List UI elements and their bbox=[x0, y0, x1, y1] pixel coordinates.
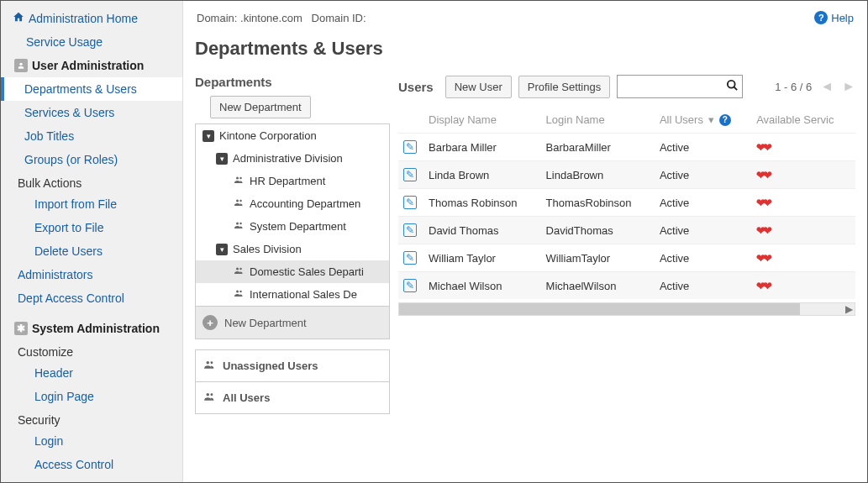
users-icon bbox=[233, 288, 245, 301]
nav-export-file[interactable]: Export to File bbox=[1, 216, 182, 239]
add-department-row[interactable]: + New Department bbox=[196, 306, 389, 339]
cell-login-name: ThomasRobinson bbox=[541, 189, 655, 217]
cell-login-name: LindaBrown bbox=[541, 161, 655, 189]
edit-icon[interactable]: ✎ bbox=[403, 196, 417, 209]
tree-hr[interactable]: HR Department bbox=[196, 170, 389, 192]
new-user-button[interactable]: New User bbox=[445, 76, 512, 98]
tree-domestic-sales[interactable]: Domestic Sales Departi bbox=[196, 260, 389, 283]
svg-point-8 bbox=[239, 268, 242, 270]
nav-session-settings[interactable]: Session Settings bbox=[1, 476, 182, 482]
nav-label: Administration Home bbox=[29, 12, 138, 25]
tree-label: International Sales De bbox=[250, 288, 357, 301]
nav-access-control[interactable]: Access Control bbox=[1, 453, 182, 476]
cell-display-name: Linda Brown bbox=[423, 161, 541, 189]
user-icon bbox=[14, 59, 28, 72]
edit-icon[interactable]: ✎ bbox=[403, 251, 417, 265]
tree-root[interactable]: ▾ Kintone Corporation bbox=[196, 124, 389, 147]
nav-groups-roles[interactable]: Groups (or Roles) bbox=[1, 148, 182, 171]
svg-point-1 bbox=[236, 177, 239, 180]
cell-services: ❤❤ bbox=[751, 272, 855, 300]
collapse-icon[interactable]: ▾ bbox=[216, 244, 228, 255]
nav-departments-users[interactable]: Departments & Users bbox=[1, 77, 182, 101]
collapse-icon[interactable]: ▾ bbox=[203, 130, 214, 142]
dropdown-icon: ▾ bbox=[708, 113, 714, 126]
nav-login[interactable]: Login bbox=[1, 429, 182, 453]
tree-accounting[interactable]: Accounting Departmen bbox=[196, 192, 389, 215]
nav-services-users[interactable]: Services & Users bbox=[1, 101, 182, 124]
table-row: ✎Barbara MillerBarbaraMillerActive❤❤ bbox=[398, 134, 855, 161]
tree-sales-division[interactable]: ▾ Sales Division bbox=[196, 238, 389, 260]
cell-status: Active bbox=[655, 244, 751, 272]
cell-display-name: David Thomas bbox=[423, 217, 541, 244]
domain-value: .kintone.com bbox=[240, 12, 302, 24]
users-table: Display Name Login Name All Users ▾ ? Av… bbox=[398, 107, 855, 299]
profile-settings-button[interactable]: Profile Settings bbox=[518, 76, 610, 98]
table-row: ✎Thomas RobinsonThomasRobinsonActive❤❤ bbox=[398, 189, 855, 217]
section-user-administration: User Administration bbox=[1, 54, 182, 77]
cell-status: Active bbox=[655, 189, 751, 217]
scrollbar-thumb[interactable] bbox=[399, 303, 800, 315]
svg-point-4 bbox=[239, 200, 242, 202]
domain-info: Domain: .kintone.com Domain ID: bbox=[197, 12, 366, 24]
nav-service-usage[interactable]: Service Usage bbox=[1, 30, 182, 54]
cell-display-name: Barbara Miller bbox=[423, 134, 541, 161]
cell-status: Active bbox=[655, 134, 751, 161]
new-department-button[interactable]: New Department bbox=[210, 96, 311, 118]
svg-point-11 bbox=[207, 361, 210, 365]
heart-icon: ❤❤ bbox=[756, 280, 770, 292]
cell-display-name: Thomas Robinson bbox=[423, 189, 541, 217]
main-content: Domain: .kintone.com Domain ID: ? Help D… bbox=[183, 1, 867, 482]
help-icon[interactable]: ? bbox=[719, 114, 731, 126]
nav-administration-home[interactable]: Administration Home bbox=[1, 6, 182, 30]
heart-icon: ❤❤ bbox=[756, 197, 770, 209]
cell-services: ❤❤ bbox=[751, 189, 855, 217]
gear-icon: ✱ bbox=[14, 322, 28, 335]
edit-icon[interactable]: ✎ bbox=[403, 140, 417, 154]
heart-icon: ❤❤ bbox=[756, 169, 770, 181]
all-users-label: All Users bbox=[223, 391, 270, 404]
table-row: ✎David ThomasDavidThomasActive❤❤ bbox=[398, 217, 855, 244]
users-icon bbox=[233, 265, 245, 278]
nav-header[interactable]: Header bbox=[1, 361, 182, 385]
svg-point-13 bbox=[207, 393, 210, 396]
nav-delete-users[interactable]: Delete Users bbox=[1, 239, 182, 263]
add-department-label: New Department bbox=[224, 317, 307, 329]
unassigned-users-link[interactable]: Unassigned Users bbox=[196, 350, 389, 381]
nav-import-file[interactable]: Import from File bbox=[1, 192, 182, 216]
departments-heading: Departments bbox=[195, 75, 390, 89]
scroll-right-icon[interactable]: ▶ bbox=[845, 303, 853, 315]
all-users-link[interactable]: All Users bbox=[196, 381, 389, 413]
col-filter[interactable]: All Users ▾ ? bbox=[655, 107, 751, 134]
edit-icon[interactable]: ✎ bbox=[403, 223, 417, 237]
group-bulk-actions: Bulk Actions bbox=[1, 171, 182, 192]
users-icon bbox=[233, 197, 245, 210]
department-footer-links: Unassigned Users All Users bbox=[195, 349, 390, 414]
cell-status: Active bbox=[655, 272, 751, 300]
search-input[interactable] bbox=[617, 75, 743, 98]
tree-system[interactable]: System Department bbox=[196, 215, 389, 238]
nav-login-page[interactable]: Login Page bbox=[1, 385, 182, 408]
horizontal-scrollbar[interactable]: ▶ bbox=[398, 302, 855, 316]
edit-icon[interactable]: ✎ bbox=[403, 279, 417, 292]
users-icon bbox=[203, 359, 216, 373]
nav-administrators[interactable]: Administrators bbox=[1, 263, 182, 286]
cell-display-name: Michael Wilson bbox=[423, 272, 541, 300]
search-icon[interactable] bbox=[726, 79, 739, 94]
svg-point-14 bbox=[210, 393, 213, 396]
pager-text: 1 - 6 / 6 bbox=[775, 81, 812, 93]
help-link[interactable]: ? Help bbox=[814, 11, 854, 24]
pager-next-icon[interactable]: ► bbox=[842, 79, 855, 94]
nav-dept-access[interactable]: Dept Access Control bbox=[1, 286, 182, 310]
collapse-icon[interactable]: ▾ bbox=[216, 153, 228, 165]
page-title: Departments & Users bbox=[195, 38, 855, 60]
svg-point-5 bbox=[236, 223, 239, 225]
tree-label: System Department bbox=[250, 220, 346, 233]
pager-prev-icon[interactable]: ◄ bbox=[820, 79, 834, 94]
nav-job-titles[interactable]: Job Titles bbox=[1, 124, 182, 148]
tree-label: Kintone Corporation bbox=[219, 129, 317, 142]
edit-icon[interactable]: ✎ bbox=[403, 168, 417, 181]
tree-admin-division[interactable]: ▾ Administrative Division bbox=[196, 147, 389, 170]
table-row: ✎William TaylorWilliamTaylorActive❤❤ bbox=[398, 244, 855, 272]
cell-display-name: William Taylor bbox=[423, 244, 541, 272]
tree-international-sales[interactable]: International Sales De bbox=[196, 283, 389, 306]
